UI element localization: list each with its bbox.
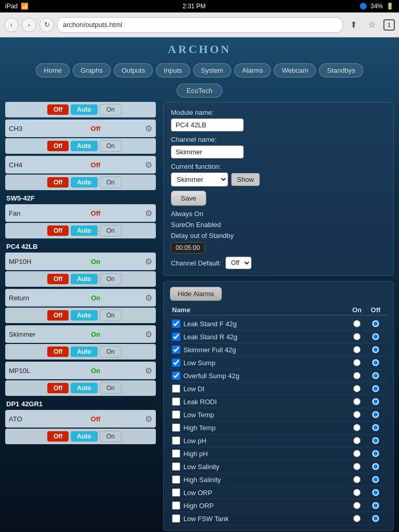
alarm-radio-on-high-orp[interactable] [353, 502, 361, 509]
mp10h-off-btn[interactable]: Off [47, 274, 69, 284]
bookmark-button[interactable]: ☆ [365, 18, 379, 32]
fan-off-btn[interactable]: Off [47, 225, 69, 236]
mp10h-gear-icon[interactable]: ⚙ [145, 257, 152, 267]
alarm-radio-off-high-salinity[interactable] [372, 476, 379, 483]
mp10l-gear-icon[interactable]: ⚙ [145, 366, 152, 376]
tab-alarms[interactable]: Alarms [234, 63, 271, 77]
alarm-check-high-salinity[interactable] [172, 475, 180, 484]
alarm-radio-on-skimmer-full[interactable] [353, 346, 361, 353]
alarm-radio-on-low-sump[interactable] [353, 359, 361, 366]
function-select[interactable]: Skimmer [171, 172, 228, 187]
tab-standbys[interactable]: Standbys [319, 63, 363, 77]
alarm-check-low-sump[interactable] [172, 358, 180, 367]
tab-inputs[interactable]: Inputs [156, 63, 190, 77]
alarm-check-leak-stand-f[interactable] [172, 320, 180, 328]
ch3-gear-icon[interactable]: ⚙ [145, 124, 152, 134]
ch4-auto-btn[interactable]: Auto [71, 177, 97, 188]
alarm-radio-on-leak-rodi[interactable] [353, 398, 361, 405]
alarm-check-leak-rodi[interactable] [172, 397, 180, 406]
alarm-check-low-fsw-tank[interactable] [172, 514, 180, 523]
alarm-check-high-orp[interactable] [172, 501, 180, 510]
mp10l-on-btn[interactable]: On [100, 382, 122, 394]
alarm-check-low-orp[interactable] [172, 488, 180, 497]
tab-count[interactable]: 1 [383, 19, 395, 31]
alarm-radio-on-low-ph[interactable] [353, 437, 361, 444]
ch-top-on-btn[interactable]: On [100, 104, 122, 115]
ch-top-off-btn[interactable]: Off [47, 104, 69, 115]
alarm-check-skimmer-full[interactable] [172, 345, 180, 354]
module-name-input[interactable] [171, 118, 244, 131]
forward-button[interactable]: › [22, 18, 36, 32]
ato-auto-btn[interactable]: Auto [71, 431, 97, 442]
alarm-check-low-ph[interactable] [172, 436, 180, 445]
ch4-on-btn[interactable]: On [100, 177, 122, 188]
mp10l-auto-btn[interactable]: Auto [71, 383, 97, 393]
alarm-radio-on-high-salinity[interactable] [353, 476, 361, 483]
tab-system[interactable]: System [193, 63, 231, 77]
skimmer-off-btn[interactable]: Off [47, 347, 69, 357]
alarm-radio-on-overfull-sump[interactable] [353, 372, 361, 379]
tab-home[interactable]: Home [36, 63, 70, 77]
channel-default-select[interactable]: Off [225, 257, 251, 269]
reload-button[interactable]: ↻ [39, 18, 54, 32]
alarm-radio-on-leak-stand-f[interactable] [353, 320, 361, 327]
ch-top-auto-btn[interactable]: Auto [71, 104, 97, 115]
alarm-check-high-ph[interactable] [172, 449, 180, 458]
alarm-radio-off-leak-stand-r[interactable] [372, 333, 379, 340]
alarm-radio-on-low-orp[interactable] [353, 489, 361, 496]
alarm-radio-on-low-salinity[interactable] [353, 463, 361, 470]
tab-webcam[interactable]: Webcam [274, 63, 316, 77]
alarm-radio-off-leak-rodi[interactable] [372, 398, 379, 405]
fan-gear-icon[interactable]: ⚙ [145, 208, 152, 218]
alarm-check-overfull-sump[interactable] [172, 371, 180, 380]
alarm-radio-off-low-ph[interactable] [372, 437, 379, 444]
alarm-radio-off-skimmer-full[interactable] [372, 346, 379, 353]
address-bar[interactable]: archon/outputs.html [57, 17, 343, 33]
alarm-radio-on-high-temp[interactable] [353, 424, 361, 431]
show-button[interactable]: Show [231, 173, 260, 186]
alarm-radio-off-high-temp[interactable] [372, 424, 379, 431]
skimmer-gear-icon[interactable]: ⚙ [145, 329, 152, 339]
alarm-check-leak-stand-r[interactable] [172, 332, 180, 341]
ato-on-btn[interactable]: On [100, 431, 122, 442]
skimmer-on-btn[interactable]: On [100, 346, 122, 357]
ato-off-btn[interactable]: Off [47, 431, 69, 442]
ch3-auto-btn[interactable]: Auto [71, 141, 97, 151]
alarm-radio-off-low-temp[interactable] [372, 411, 379, 418]
alarm-check-low-temp[interactable] [172, 410, 180, 419]
ch4-off-btn[interactable]: Off [47, 177, 69, 188]
alarm-radio-off-low-fsw-tank[interactable] [372, 515, 379, 522]
back-button[interactable]: ‹ [4, 18, 19, 32]
alarm-check-low-salinity[interactable] [172, 462, 180, 471]
alarm-radio-on-high-ph[interactable] [353, 450, 361, 457]
alarm-radio-off-low-di[interactable] [372, 385, 379, 392]
fan-auto-btn[interactable]: Auto [71, 225, 97, 236]
share-button[interactable]: ⬆ [346, 18, 361, 32]
tab-graphs[interactable]: Graphs [73, 63, 111, 77]
return-off-btn[interactable]: Off [47, 310, 69, 321]
alarm-check-high-temp[interactable] [172, 423, 180, 432]
ch3-on-btn[interactable]: On [100, 140, 122, 152]
fan-on-btn[interactable]: On [100, 225, 122, 236]
alarm-radio-on-leak-stand-r[interactable] [353, 333, 361, 340]
return-auto-btn[interactable]: Auto [71, 310, 97, 321]
mp10h-on-btn[interactable]: On [100, 273, 122, 285]
return-on-btn[interactable]: On [100, 310, 122, 321]
alarm-radio-on-low-fsw-tank[interactable] [353, 515, 361, 522]
mp10l-off-btn[interactable]: Off [47, 383, 69, 393]
alarm-radio-off-low-orp[interactable] [372, 489, 379, 496]
hide-alarms-button[interactable]: Hide Alarms [170, 287, 222, 301]
alarm-radio-on-low-temp[interactable] [353, 411, 361, 418]
save-button[interactable]: Save [171, 191, 206, 206]
alarm-radio-off-low-salinity[interactable] [372, 463, 379, 470]
alarm-radio-off-high-orp[interactable] [372, 502, 379, 509]
tab-outputs[interactable]: Outputs [114, 63, 153, 77]
ecotech-button[interactable]: EcoTech [177, 84, 222, 98]
ch3-off-btn[interactable]: Off [47, 141, 69, 151]
alarm-radio-off-high-ph[interactable] [372, 450, 379, 457]
ato-gear-icon[interactable]: ⚙ [145, 414, 152, 424]
alarm-radio-off-low-sump[interactable] [372, 359, 379, 366]
ch4-gear-icon[interactable]: ⚙ [145, 160, 152, 170]
skimmer-auto-btn[interactable]: Auto [71, 347, 97, 357]
channel-name-input[interactable] [171, 145, 244, 158]
